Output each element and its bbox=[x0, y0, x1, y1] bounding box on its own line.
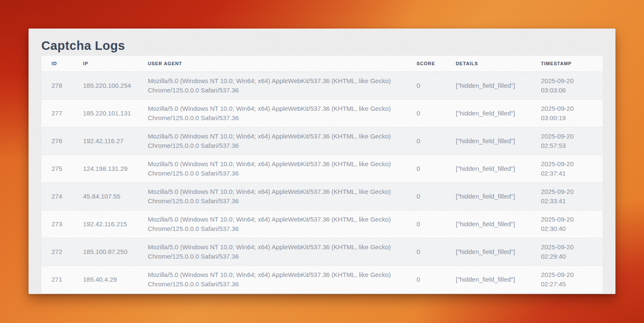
logs-table-container: ID IP USER AGENT SCORE DETAILS TIMESTAMP… bbox=[41, 56, 603, 293]
table-row: 271 185.40.4.29 Mozilla/5.0 (Windows NT … bbox=[41, 265, 603, 293]
column-header-timestamp: TIMESTAMP bbox=[541, 56, 603, 72]
cell-score: 0 bbox=[417, 99, 456, 127]
cell-score: 0 bbox=[417, 155, 456, 182]
cell-timestamp: 2025-09-20 02:33:41 bbox=[541, 182, 603, 210]
cell-id: 271 bbox=[41, 265, 83, 293]
cell-score: 0 bbox=[417, 210, 456, 238]
table-row: 274 45.84.107.55 Mozilla/5.0 (Windows NT… bbox=[41, 182, 603, 210]
table-row: 273 192.42.116.215 Mozilla/5.0 (Windows … bbox=[41, 210, 603, 238]
cell-timestamp: 2025-09-20 03:03:06 bbox=[541, 72, 603, 99]
cell-details: ["hidden_field_filled"] bbox=[456, 155, 541, 182]
cell-details: ["hidden_field_filled"] bbox=[456, 99, 541, 127]
table-row: 276 192.42.116.27 Mozilla/5.0 (Windows N… bbox=[41, 127, 603, 155]
cell-details: ["hidden_field_filled"] bbox=[456, 127, 541, 155]
cell-details: ["hidden_field_filled"] bbox=[456, 182, 541, 210]
cell-timestamp: 2025-09-20 02:57:53 bbox=[541, 127, 603, 155]
cell-user-agent: Mozilla/5.0 (Windows NT 10.0; Win64; x64… bbox=[148, 265, 417, 293]
captcha-logs-table: ID IP USER AGENT SCORE DETAILS TIMESTAMP… bbox=[41, 56, 603, 293]
cell-score: 0 bbox=[417, 127, 456, 155]
cell-user-agent: Mozilla/5.0 (Windows NT 10.0; Win64; x64… bbox=[148, 210, 417, 238]
cell-score: 0 bbox=[417, 265, 456, 293]
cell-id: 274 bbox=[41, 182, 83, 210]
cell-id: 278 bbox=[41, 72, 83, 99]
cell-ip: 185.40.4.29 bbox=[83, 265, 148, 293]
cell-ip: 124.198.131.29 bbox=[83, 155, 148, 182]
table-header: ID IP USER AGENT SCORE DETAILS TIMESTAMP bbox=[41, 56, 603, 72]
column-header-details: DETAILS bbox=[456, 56, 541, 72]
cell-id: 276 bbox=[41, 127, 83, 155]
cell-timestamp: 2025-09-20 02:30:40 bbox=[541, 210, 603, 238]
page-title: Captcha Logs bbox=[41, 37, 603, 54]
cell-user-agent: Mozilla/5.0 (Windows NT 10.0; Win64; x64… bbox=[148, 155, 417, 182]
cell-ip: 192.42.116.27 bbox=[83, 127, 148, 155]
column-header-user-agent: USER AGENT bbox=[148, 56, 417, 72]
cell-details: ["hidden_field_filled"] bbox=[456, 210, 541, 238]
table-row: 277 185.220.101.131 Mozilla/5.0 (Windows… bbox=[41, 99, 603, 127]
cell-id: 272 bbox=[41, 238, 83, 265]
cell-ip: 45.84.107.55 bbox=[83, 182, 148, 210]
column-header-id: ID bbox=[41, 56, 83, 72]
cell-user-agent: Mozilla/5.0 (Windows NT 10.0; Win64; x64… bbox=[148, 72, 417, 99]
cell-score: 0 bbox=[417, 238, 456, 265]
table-row: 275 124.198.131.29 Mozilla/5.0 (Windows … bbox=[41, 155, 603, 182]
cell-timestamp: 2025-09-20 03:00:19 bbox=[541, 99, 603, 127]
cell-ip: 192.42.116.215 bbox=[83, 210, 148, 238]
cell-details: ["hidden_field_filled"] bbox=[456, 238, 541, 265]
cell-ip: 185.220.101.131 bbox=[83, 99, 148, 127]
cell-id: 277 bbox=[41, 99, 83, 127]
cell-user-agent: Mozilla/5.0 (Windows NT 10.0; Win64; x64… bbox=[148, 182, 417, 210]
cell-timestamp: 2025-09-20 02:37:41 bbox=[541, 155, 603, 182]
captcha-logs-card: Captcha Logs ID IP USER AGENT SCORE DETA… bbox=[29, 29, 615, 294]
cell-timestamp: 2025-09-20 02:27:45 bbox=[541, 265, 603, 293]
table-body: 278 185.220.100.254 Mozilla/5.0 (Windows… bbox=[41, 72, 603, 293]
cell-id: 273 bbox=[41, 210, 83, 238]
table-header-row: ID IP USER AGENT SCORE DETAILS TIMESTAMP bbox=[41, 56, 603, 72]
cell-ip: 185.100.87.250 bbox=[83, 238, 148, 265]
cell-ip: 185.220.100.254 bbox=[83, 72, 148, 99]
cell-user-agent: Mozilla/5.0 (Windows NT 10.0; Win64; x64… bbox=[148, 238, 417, 265]
cell-timestamp: 2025-09-20 02:29:40 bbox=[541, 238, 603, 265]
column-header-score: SCORE bbox=[417, 56, 456, 72]
cell-score: 0 bbox=[417, 72, 456, 99]
table-row: 278 185.220.100.254 Mozilla/5.0 (Windows… bbox=[41, 72, 603, 99]
table-row: 272 185.100.87.250 Mozilla/5.0 (Windows … bbox=[41, 238, 603, 265]
cell-id: 275 bbox=[41, 155, 83, 182]
cell-user-agent: Mozilla/5.0 (Windows NT 10.0; Win64; x64… bbox=[148, 127, 417, 155]
cell-user-agent: Mozilla/5.0 (Windows NT 10.0; Win64; x64… bbox=[148, 99, 417, 127]
page-background: { "page": { "title": "Captcha Logs" }, "… bbox=[0, 0, 644, 323]
column-header-ip: IP bbox=[83, 56, 148, 72]
cell-score: 0 bbox=[417, 182, 456, 210]
cell-details: ["hidden_field_filled"] bbox=[456, 72, 541, 99]
cell-details: ["hidden_field_filled"] bbox=[456, 265, 541, 293]
